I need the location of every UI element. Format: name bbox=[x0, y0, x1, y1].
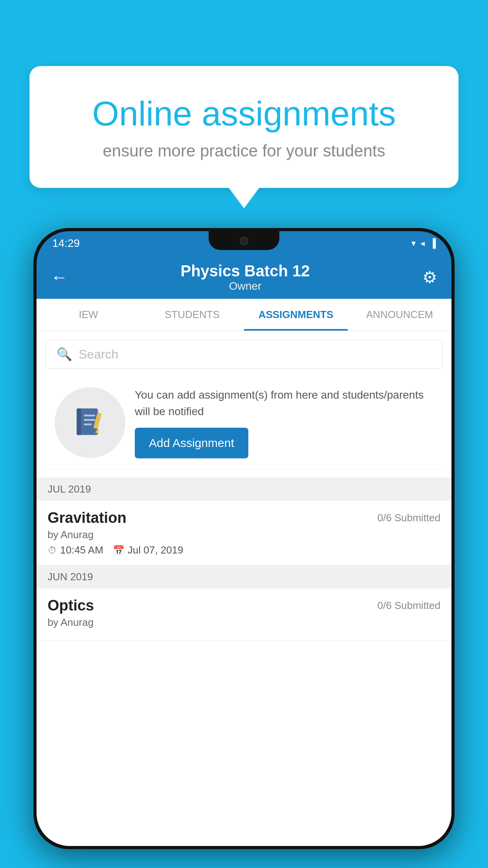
app-content: 🔍 Search bbox=[37, 331, 451, 846]
back-button[interactable]: ← bbox=[51, 267, 68, 287]
camera bbox=[240, 237, 248, 245]
notebook-icon bbox=[72, 405, 108, 440]
prompt-right: You can add assignment(s) from here and … bbox=[135, 387, 433, 458]
assignment-item-optics[interactable]: Optics 0/6 Submitted by Anurag bbox=[37, 588, 451, 641]
month-header-jul: JUL 2019 bbox=[37, 478, 451, 501]
time-meta: ⏱ 10:45 AM bbox=[48, 544, 103, 556]
header-center: Physics Batch 12 Owner bbox=[180, 262, 310, 292]
phone-frame: 14:29 ▾ ◂ ▐ ← Physics Batch 12 Owner ⚙ I… bbox=[33, 228, 455, 849]
search-placeholder: Search bbox=[79, 347, 118, 362]
svg-rect-2 bbox=[84, 415, 95, 417]
tab-bar: IEW STUDENTS ASSIGNMENTS ANNOUNCEM bbox=[37, 299, 451, 331]
date-meta: 📅 Jul 07, 2019 bbox=[113, 544, 183, 556]
header-title: Physics Batch 12 bbox=[180, 262, 310, 280]
clock-icon: ⏱ bbox=[48, 545, 57, 556]
assignment-top-optics: Optics 0/6 Submitted bbox=[48, 597, 440, 614]
assignment-date: Jul 07, 2019 bbox=[128, 544, 183, 556]
submitted-badge-optics: 0/6 Submitted bbox=[378, 600, 440, 612]
search-bar[interactable]: 🔍 Search bbox=[45, 340, 443, 369]
notebook-icon-wrap bbox=[55, 387, 125, 458]
assignment-item-gravitation[interactable]: Gravitation 0/6 Submitted by Anurag ⏱ 10… bbox=[37, 501, 451, 565]
signal-icon: ◂ bbox=[420, 238, 425, 248]
submitted-badge: 0/6 Submitted bbox=[378, 512, 440, 524]
speech-bubble: Online assignments ensure more practice … bbox=[29, 66, 459, 188]
settings-button[interactable]: ⚙ bbox=[422, 268, 437, 287]
tab-iew[interactable]: IEW bbox=[37, 299, 140, 331]
svg-rect-4 bbox=[84, 423, 92, 425]
tab-assignments[interactable]: ASSIGNMENTS bbox=[244, 299, 348, 331]
assignment-time: 10:45 AM bbox=[60, 544, 103, 556]
assignment-prompt-card: You can add assignment(s) from here and … bbox=[45, 376, 443, 470]
bubble-title: Online assignments bbox=[61, 94, 427, 134]
status-time: 14:29 bbox=[52, 237, 80, 250]
calendar-icon: 📅 bbox=[113, 545, 125, 556]
phone-screen: 14:29 ▾ ◂ ▐ ← Physics Batch 12 Owner ⚙ I… bbox=[37, 231, 451, 846]
svg-rect-3 bbox=[84, 419, 95, 421]
assignment-by-optics: by Anurag bbox=[48, 616, 440, 629]
add-assignment-button[interactable]: Add Assignment bbox=[135, 428, 248, 458]
header-subtitle: Owner bbox=[180, 280, 310, 292]
svg-rect-1 bbox=[77, 408, 81, 435]
search-icon: 🔍 bbox=[57, 347, 72, 362]
assignment-name: Gravitation bbox=[48, 509, 127, 526]
phone-notch bbox=[209, 231, 279, 250]
app-header: ← Physics Batch 12 Owner ⚙ bbox=[37, 256, 451, 299]
assignment-by: by Anurag bbox=[48, 529, 440, 541]
bubble-subtitle: ensure more practice for your students bbox=[61, 142, 427, 160]
assignment-meta: ⏱ 10:45 AM 📅 Jul 07, 2019 bbox=[48, 544, 440, 556]
assignment-name-optics: Optics bbox=[48, 597, 94, 614]
status-icons: ▾ ◂ ▐ bbox=[411, 238, 436, 248]
tab-announcements[interactable]: ANNOUNCEM bbox=[348, 299, 451, 331]
prompt-text: You can add assignment(s) from here and … bbox=[135, 387, 433, 420]
month-header-jun: JUN 2019 bbox=[37, 565, 451, 588]
tab-students[interactable]: STUDENTS bbox=[140, 299, 244, 331]
battery-icon: ▐ bbox=[429, 238, 436, 248]
wifi-icon: ▾ bbox=[411, 238, 416, 248]
assignment-top: Gravitation 0/6 Submitted bbox=[48, 509, 440, 526]
